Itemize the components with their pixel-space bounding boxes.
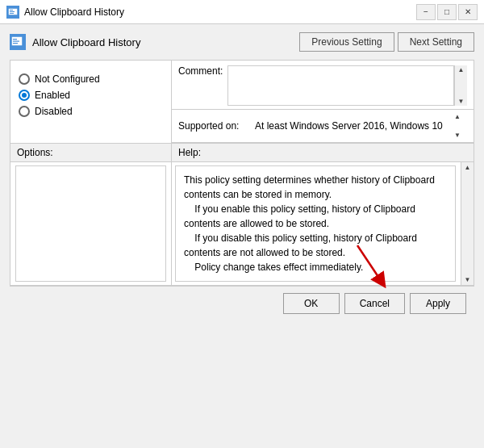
comment-label: Comment: [178,65,223,77]
supported-value: At least Windows Server 2016, Windows 10 [255,120,443,132]
window-title: Allow Clipboard History [24,6,124,18]
radio-label-enabled: Enabled [35,90,70,101]
options-content [15,165,166,282]
svg-rect-3 [10,13,14,14]
svg-rect-7 [13,43,18,44]
help-panel: Help: This policy setting determines whe… [172,144,474,285]
bottom-bar-wrapper: OK Cancel Apply [10,286,474,320]
apply-button[interactable]: Apply [410,293,466,314]
minimize-button[interactable]: − [416,4,436,20]
radio-label-disabled: Disabled [35,106,73,117]
radio-circle-disabled [19,106,30,117]
prev-setting-button[interactable]: Previous Setting [299,32,394,52]
cancel-button[interactable]: Cancel [344,293,405,314]
options-label: Options: [10,144,171,162]
radio-enabled[interactable]: Enabled [19,90,163,101]
header-icon [10,34,26,50]
radio-circle-not-configured [19,73,30,85]
supported-label: Supported on: [178,120,255,132]
header-row: Allow Clipboard History Previous Setting… [10,32,474,52]
svg-rect-1 [10,10,13,10]
content-area: Allow Clipboard History Previous Setting… [0,24,484,327]
radio-not-configured[interactable]: Not Configured [19,73,163,85]
help-text: This policy setting determines whether h… [184,174,437,273]
comment-textarea[interactable] [227,65,454,106]
svg-rect-6 [13,41,19,42]
options-panel: Options: [10,144,172,285]
help-label: Help: [172,144,474,162]
supported-section: Supported on: At least Windows Server 20… [172,110,474,143]
bottom-section: Options: Help: This policy setting deter… [10,144,474,285]
title-bar: Allow Clipboard History − □ ✕ [0,0,484,24]
scroll-up-supported[interactable]: ▲ [454,113,467,120]
radio-disabled[interactable]: Disabled [19,106,163,117]
dialog-title: Allow Clipboard History [32,36,140,48]
title-icon [6,6,19,19]
next-setting-button[interactable]: Next Setting [398,32,474,52]
scroll-down-comment[interactable]: ▼ [458,98,465,105]
radio-label-not-configured: Not Configured [35,73,100,85]
left-radio-panel: Not Configured Enabled Disabled [10,61,172,143]
radio-circle-enabled [19,90,30,101]
scroll-down-supported[interactable]: ▼ [454,132,467,139]
scroll-down-help[interactable]: ▼ [465,276,471,283]
ok-button[interactable]: OK [283,293,340,314]
scroll-up-comment[interactable]: ▲ [458,66,465,73]
right-panel: Comment: ▲ ▼ Supported o [172,61,474,143]
radio-group: Not Configured Enabled Disabled [19,73,163,117]
title-bar-left: Allow Clipboard History [6,6,124,19]
svg-rect-5 [13,39,17,40]
svg-rect-2 [10,11,15,12]
help-content: This policy setting determines whether h… [175,165,456,282]
close-button[interactable]: ✕ [458,4,478,20]
scroll-up-help[interactable]: ▲ [465,164,471,171]
window-controls: − □ ✕ [416,4,478,20]
window: Allow Clipboard History − □ ✕ Allow Clip [0,0,484,448]
maximize-button[interactable]: □ [437,4,457,20]
radio-dot-enabled [22,93,27,98]
comment-section: Comment: ▲ ▼ [172,61,474,110]
top-section: Not Configured Enabled Disabled [10,61,474,144]
main-panel: Not Configured Enabled Disabled [10,60,474,286]
header-title-row: Allow Clipboard History [10,34,140,50]
bottom-buttons: OK Cancel Apply [10,286,474,320]
nav-buttons: Previous Setting Next Setting [299,32,474,52]
